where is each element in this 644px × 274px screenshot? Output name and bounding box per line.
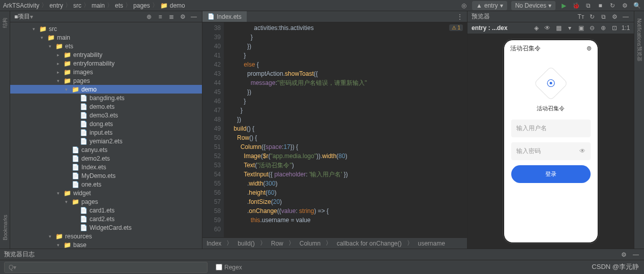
layers-icon[interactable]: ◈ (532, 24, 540, 32)
bc-1[interactable]: entry (49, 2, 63, 9)
chevron-down-icon[interactable]: ▾ (566, 24, 574, 32)
fit-icon[interactable]: ⊡ (610, 24, 619, 32)
breadcrumb[interactable]: ArkTSActivity〉 entry〉 src〉 main〉 ets〉 pa… (3, 1, 185, 10)
sync-icon[interactable]: ↻ (608, 2, 617, 10)
code-crumb-bar: Index〉 build()〉 Row〉 Column〉 callback fo… (202, 237, 467, 249)
tree-item[interactable]: ▸📁entryability (10, 50, 202, 59)
logo-icon: ⦿ (546, 78, 555, 88)
rail-notifications[interactable]: Notifications (636, 18, 642, 46)
tree-item[interactable]: ▾📁main (10, 33, 202, 42)
eye-off-icon[interactable]: 👁 (579, 147, 586, 155)
copy-icon[interactable]: ⧉ (599, 13, 607, 21)
cc-5[interactable]: username (418, 240, 445, 247)
log-search-input[interactable]: Q▾ (4, 262, 208, 273)
cc-0[interactable]: Index (207, 240, 221, 247)
warning-badge[interactable]: ⚠ 1 (449, 24, 463, 31)
tree-item[interactable]: 📄MyDemo.ets (10, 171, 202, 180)
tree-item[interactable]: 📄yemian2.ets (10, 137, 202, 145)
code-area[interactable]: ⚠ 1 383940414243444546474849505152535455… (202, 22, 467, 237)
zoom-in-icon[interactable]: ⊕ (599, 24, 607, 32)
rail-bookmarks[interactable]: Bookmarks (2, 215, 8, 240)
preview-hide-icon[interactable]: — (622, 13, 630, 21)
password-input[interactable]: 输入密码👁 (511, 142, 591, 160)
regex-checkbox[interactable]: Regex (216, 264, 242, 271)
tree-item[interactable]: 📄card1.ets (10, 206, 202, 215)
tree-item[interactable]: 📄demo3.ets (10, 111, 202, 119)
tree-item[interactable]: ▾📁pages (10, 76, 202, 85)
tree-item[interactable]: ▾📁ets (10, 42, 202, 50)
bc-5[interactable]: pages (133, 2, 150, 9)
tree-item[interactable]: ▸📁images (10, 68, 202, 76)
preview-header: 预览器 Tт ↻ ⧉ ⚙ — (467, 11, 634, 22)
target-icon[interactable]: ◎ (460, 2, 468, 10)
tree-item[interactable]: ▾📁resources (10, 232, 202, 240)
tab-index-ets[interactable]: 📄 Index.ets (202, 11, 247, 22)
tree-item[interactable]: ▸📁entryformability (10, 59, 202, 68)
refresh-icon[interactable]: ↻ (588, 13, 596, 21)
tree-item[interactable]: 📄card2.ets (10, 215, 202, 223)
expand-icon[interactable]: ≡ (156, 13, 164, 21)
panel-settings-icon[interactable]: ⚙ (179, 13, 187, 21)
bc-2[interactable]: src (73, 2, 81, 9)
bc-3[interactable]: main (92, 2, 105, 9)
tree-item[interactable]: 📄Index.ets (10, 163, 202, 171)
project-tree[interactable]: ▾📁src▾📁main▾📁ets▸📁entryability▸📁entryfor… (10, 22, 202, 249)
bc-0[interactable]: ArkTSActivity (3, 2, 39, 9)
rail-structure[interactable]: 结构 (2, 18, 9, 28)
font-icon[interactable]: Tт (577, 13, 585, 21)
username-input[interactable]: 输入用户名 (511, 119, 591, 137)
grid-icon[interactable]: ▦ (554, 24, 563, 32)
login-button[interactable]: 登录 (511, 165, 591, 183)
cc-2[interactable]: Row (271, 240, 283, 247)
bc-4[interactable]: ets (115, 2, 123, 9)
search-icon[interactable]: 🔍 (633, 2, 641, 10)
tree-item[interactable]: 📄demo.ets (10, 102, 202, 111)
tree-item[interactable]: ▾📁src (10, 24, 202, 33)
one-to-one-icon[interactable]: 1:1 (622, 24, 630, 32)
module-selector[interactable]: ▲ entry ▾ (472, 1, 507, 10)
collapse-icon[interactable]: ≣ (167, 13, 175, 21)
stop-icon[interactable]: ■ (596, 2, 604, 10)
cc-1[interactable]: build() (238, 240, 254, 247)
top-right-controls: ◎ ▲ entry ▾ No Devices ▾ ▶ 🐞 ⧉ ■ ↻ ⚙ 🔍 (460, 1, 641, 10)
panel-title: 项目 (18, 12, 30, 21)
cc-3[interactable]: Column (300, 240, 320, 247)
debug-icon[interactable]: 🐞 (572, 2, 580, 10)
settings-icon[interactable]: ⚙ (621, 2, 629, 10)
tree-item[interactable]: ▾📁demo (10, 85, 202, 94)
phone-header: 活动召集令 ⊚ (504, 40, 598, 57)
project-panel: ■ 项目 ▾ ⊕ ≡ ≣ ⚙ — ▾📁src▾📁main▾📁ets▸📁entry… (10, 11, 202, 249)
app-title: 活动召集令 (537, 105, 565, 112)
zoom-out-icon[interactable]: ⊖ (588, 24, 596, 32)
tree-item[interactable]: 📄WidgetCard.ets (10, 223, 202, 232)
top-bar: ArkTSActivity〉 entry〉 src〉 main〉 ets〉 pa… (0, 0, 644, 11)
device-label[interactable]: entry : ...dex (472, 24, 508, 32)
tree-item[interactable]: ▾📁widget (10, 189, 202, 197)
preview-settings-icon[interactable]: ⚙ (610, 13, 619, 21)
tree-item[interactable]: ▾📁base (10, 240, 202, 249)
editor-more-icon[interactable]: ⋮ (456, 13, 464, 21)
tree-item[interactable]: ▾📁pages (10, 197, 202, 206)
run-icon[interactable]: ▶ (560, 2, 568, 10)
tree-item[interactable]: 📄demo2.ets (10, 154, 202, 163)
crop-icon[interactable]: ▣ (577, 24, 585, 32)
bottom-title[interactable]: 预览器日志 (4, 250, 35, 259)
eye-icon[interactable]: 👁 (543, 24, 551, 32)
tree-item[interactable]: 📄dong.ets (10, 119, 202, 128)
phone-settings-icon[interactable]: ⊚ (587, 45, 592, 52)
locate-icon[interactable]: ⊕ (145, 13, 153, 21)
tree-item[interactable]: 📄one.ets (10, 180, 202, 189)
tree-item[interactable]: 📄bangding.ets (10, 94, 202, 102)
tree-item[interactable]: 📄canyu.ets (10, 145, 202, 154)
hide-icon[interactable]: — (190, 13, 198, 21)
bottom-hide-icon[interactable]: — (632, 251, 640, 259)
bc-6: 📁 (160, 2, 168, 9)
code[interactable]: activities:this.activities } }) } else {… (224, 22, 467, 237)
tree-item[interactable]: 📄input.ets (10, 128, 202, 137)
attach-icon[interactable]: ⧉ (584, 2, 592, 10)
device-selector[interactable]: No Devices ▾ (511, 1, 555, 10)
cc-4[interactable]: callback for onChange() (337, 240, 401, 247)
bottom-settings-icon[interactable]: ⚙ (620, 251, 628, 259)
bottom-panel: 预览器日志 ⚙ — Q▾ Regex (0, 249, 644, 274)
rail-preview[interactable]: 预览器 (636, 46, 643, 62)
